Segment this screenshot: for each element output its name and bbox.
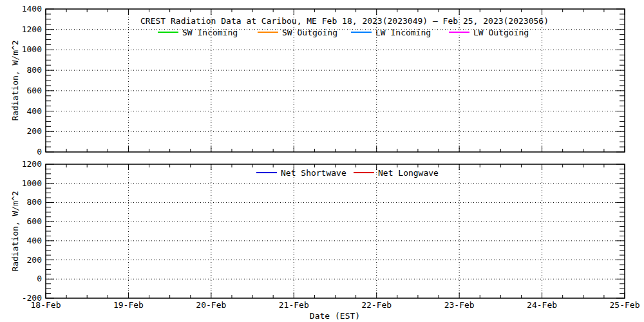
x-tick-label: 24-Feb: [527, 300, 557, 310]
y-tick-label: 400: [27, 106, 42, 116]
legend-label: Net Shortwave: [281, 168, 346, 178]
legend-label: LW Outgoing: [473, 28, 529, 37]
y-tick-label: 400: [27, 236, 42, 245]
x-tick-label: 20-Feb: [196, 300, 226, 310]
y-tick-label: 800: [27, 197, 42, 207]
x-tick-label: 25-Feb: [610, 300, 640, 310]
y-tick-label: 800: [27, 65, 42, 75]
chart-title: CREST Radiation Data at Caribou, ME Feb …: [140, 16, 549, 26]
y-tick-label: 0: [37, 147, 42, 156]
y-tick-label: 1400: [22, 4, 42, 14]
y-tick-label: 200: [27, 126, 42, 136]
y-tick-label: 1200: [22, 159, 42, 169]
y-tick-label: 200: [27, 255, 42, 265]
y-tick-label: 1200: [22, 24, 42, 34]
legend-label: LW Incoming: [375, 28, 431, 37]
axis-frame: [46, 164, 625, 298]
legend-label: SW Incoming: [182, 28, 238, 37]
crest-radiation-plot-window: 0200400600800100012001400Radiation, W/m^…: [0, 0, 644, 322]
legend-label: Net Longwave: [378, 168, 439, 178]
legend-label: SW Outgoing: [282, 28, 337, 37]
y-axis-label: Radiation, W/m^2: [10, 191, 20, 271]
y-tick-label: 1000: [22, 44, 42, 54]
y-tick-label: 1000: [22, 178, 42, 188]
y-axis-label: Radiation, W/m^2: [10, 40, 20, 120]
x-tick-label: 19-Feb: [113, 300, 144, 310]
x-tick-label: 23-Feb: [444, 300, 475, 310]
y-tick-label: 0: [37, 274, 42, 283]
x-tick-label: 21-Feb: [279, 300, 309, 310]
radiation-chart-svg: 0200400600800100012001400Radiation, W/m^…: [0, 0, 644, 322]
y-tick-label: 600: [27, 86, 42, 95]
y-tick-label: 600: [27, 216, 42, 226]
x-tick-label: 22-Feb: [361, 300, 392, 310]
x-tick-label: 18-Feb: [31, 300, 61, 310]
x-axis-label: Date (EST): [310, 311, 360, 321]
